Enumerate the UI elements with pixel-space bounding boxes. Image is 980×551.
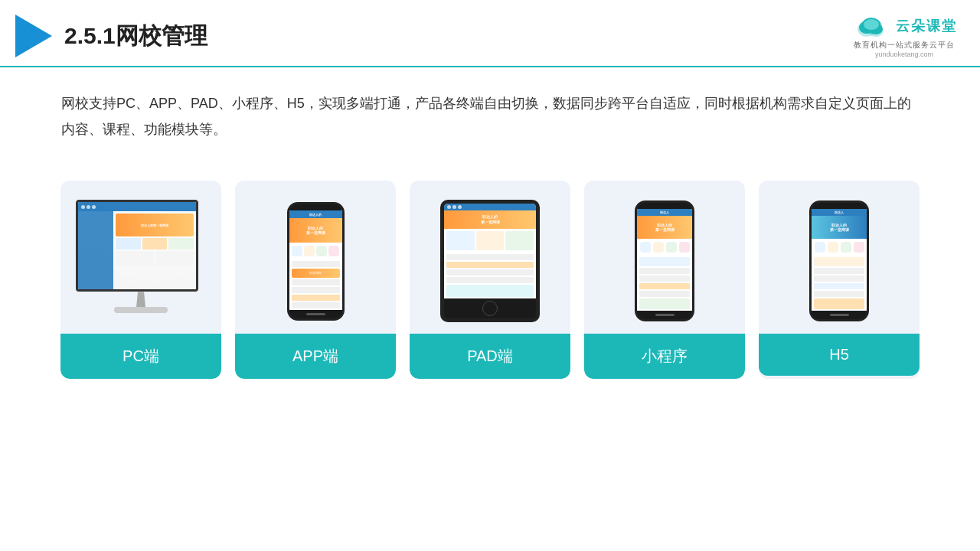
svg-point-6: [864, 19, 879, 30]
cloud-logo-icon: [851, 14, 891, 38]
tablet-device: 职达人的第一堂网课: [440, 200, 540, 322]
logo-tagline: 教育机构一站式服务云平台: [854, 40, 955, 51]
phone-device-app: 职达人的 职达人的第一堂网课 推荐课程: [287, 202, 345, 321]
card-app: 职达人的 职达人的第一堂网课 推荐课程: [235, 181, 396, 379]
header-left: 2.5.1网校管理: [15, 15, 207, 57]
monitor-device: 职达人的第一堂网课: [76, 200, 206, 322]
play-icon: [15, 15, 52, 57]
card-h5-image: 职达人 职达人的第一堂网课: [759, 181, 920, 334]
card-miniapp: 职达人 职达人的第一堂网课: [584, 181, 745, 379]
card-miniapp-image: 职达人 职达人的第一堂网课: [584, 181, 745, 334]
logo-cloud: 云朵课堂: [851, 14, 957, 38]
header: 2.5.1网校管理 云朵课堂 教育机构一站式服务云平台 yunduoketang…: [0, 0, 980, 67]
card-pc: 职达人的第一堂网课: [60, 181, 221, 379]
page-title: 2.5.1网校管理: [64, 21, 207, 52]
description: 网校支持PC、APP、PAD、小程序、H5，实现多端打通，产品各终端自由切换，数…: [0, 67, 980, 150]
card-h5: 职达人 职达人的第一堂网课: [759, 181, 920, 379]
card-h5-label: H5: [759, 334, 920, 376]
card-pad: 职达人的第一堂网课: [410, 181, 570, 379]
card-app-label: APP端: [235, 334, 396, 379]
card-pc-label: PC端: [60, 334, 221, 379]
card-pc-image: 职达人的第一堂网课: [60, 181, 221, 334]
description-text: 网校支持PC、APP、PAD、小程序、H5，实现多端打通，产品各终端自由切换，数…: [61, 90, 919, 142]
card-pad-label: PAD端: [410, 334, 570, 379]
card-miniapp-label: 小程序: [584, 334, 745, 379]
card-app-image: 职达人的 职达人的第一堂网课 推荐课程: [235, 181, 396, 334]
cards-container: 职达人的第一堂网课: [0, 158, 980, 379]
card-pad-image: 职达人的第一堂网课: [410, 181, 570, 334]
phone-device-h5: 职达人 职达人的第一堂网课: [809, 201, 869, 321]
phone-device-miniapp: 职达人 职达人的第一堂网课: [635, 201, 694, 321]
logo-url: yunduoketang.com: [875, 51, 933, 58]
logo-text: 云朵课堂: [896, 17, 957, 35]
logo-area: 云朵课堂 教育机构一站式服务云平台 yunduoketang.com: [851, 14, 957, 58]
monitor-screen: 职达人的第一堂网课: [76, 200, 198, 292]
